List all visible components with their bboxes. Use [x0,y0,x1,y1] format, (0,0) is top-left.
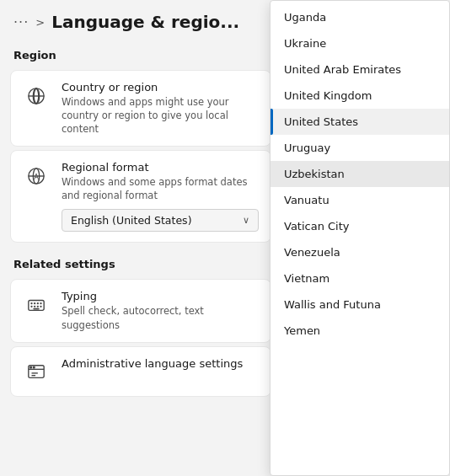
svg-text:A: A [34,173,39,181]
country-region-desc: Windows and apps might use your country … [62,95,259,136]
main-panel: ··· > Language & regio... Region Country… [0,0,281,476]
country-dropdown-list[interactable]: UgandaUkraineUnited Arab EmiratesUnited … [271,1,449,475]
typing-desc: Spell check, autocorrect, text suggestio… [62,304,259,331]
format-dropdown-value: English (United States) [71,214,192,227]
svg-point-20 [33,366,35,368]
dropdown-item[interactable]: United States [271,109,449,135]
country-region-card: Country or region Windows and apps might… [10,70,271,147]
country-region-content: Country or region Windows and apps might… [62,81,259,136]
dropdown-item[interactable]: Uzbekistan [271,161,449,187]
country-region-title: Country or region [62,81,259,94]
dropdown-item[interactable]: United Arab Emirates [271,56,449,83]
typing-title: Typing [62,290,259,302]
menu-dots[interactable]: ··· [13,14,29,30]
breadcrumb-chevron: > [35,16,45,29]
dropdown-item[interactable]: Vietnam [271,265,449,291]
dropdown-item[interactable]: Wallis and Futuna [271,291,449,318]
title-bar: ··· > Language & regio... [0,0,281,40]
typing-content: Typing Spell check, autocorrect, text su… [62,290,259,331]
dropdown-item[interactable]: Venezuela [271,239,449,265]
typing-card[interactable]: Typing Spell check, autocorrect, text su… [10,279,271,342]
dropdown-item[interactable]: Uruguay [271,135,449,161]
regional-format-title: Regional format [62,161,259,174]
dropdown-item[interactable]: Vanuatu [271,187,449,213]
admin-lang-icon [23,359,50,386]
dropdown-item[interactable]: Vatican City [271,213,449,239]
svg-point-19 [30,366,32,368]
regional-format-card: A Regional format Windows and some apps … [10,150,271,243]
region-section-label: Region [0,40,281,67]
page-title: Language & regio... [51,12,239,32]
admin-lang-title: Administrative language settings [62,357,259,370]
dropdown-item[interactable]: United Kingdom [271,83,449,109]
country-dropdown-overlay: UgandaUkraineUnited Arab EmiratesUnited … [270,0,450,476]
globe-icon [23,83,50,110]
chevron-down-icon: ∨ [243,215,249,226]
regional-format-desc: Windows and some apps format dates and r… [62,175,259,202]
format-dropdown[interactable]: English (United States) ∨ [62,209,259,232]
related-settings-label: Related settings [0,246,281,275]
dropdown-item[interactable]: Yemen [271,318,449,344]
dropdown-item[interactable]: Uganda [271,4,449,30]
keyboard-icon [23,291,50,318]
dropdown-item[interactable]: Ukraine [271,30,449,56]
regional-format-content: Regional format Windows and some apps fo… [62,161,259,232]
admin-lang-content: Administrative language settings [62,357,259,372]
regional-format-icon: A [23,163,50,190]
admin-lang-card[interactable]: Administrative language settings [10,346,271,397]
